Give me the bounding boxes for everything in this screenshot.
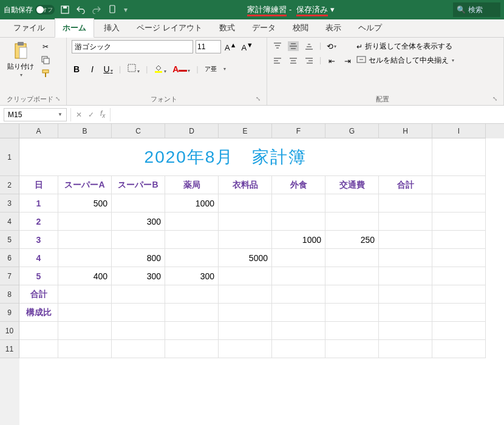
tab-formulas[interactable]: 数式 bbox=[212, 19, 242, 37]
header-cell[interactable]: 合計 bbox=[379, 176, 432, 194]
header-cell[interactable]: 薬局 bbox=[165, 176, 219, 194]
row-header[interactable]: 5 bbox=[0, 231, 19, 249]
header-cell[interactable]: 衣料品 bbox=[219, 176, 272, 194]
col-header[interactable]: D bbox=[165, 124, 219, 138]
row-header[interactable]: 10 bbox=[0, 322, 19, 340]
row-header[interactable]: 8 bbox=[0, 285, 19, 304]
font-name-select[interactable] bbox=[72, 40, 193, 53]
tab-view[interactable]: 表示 bbox=[318, 19, 349, 37]
orientation-button[interactable]: ⟲▾ bbox=[326, 41, 337, 51]
enter-formula-button[interactable]: ✓ bbox=[88, 110, 94, 119]
col-header[interactable]: B bbox=[58, 124, 112, 138]
data-cell[interactable] bbox=[165, 212, 219, 231]
data-cell[interactable] bbox=[219, 212, 272, 231]
cell[interactable] bbox=[379, 340, 432, 358]
name-box-dropdown-icon[interactable]: ▼ bbox=[58, 112, 63, 117]
header-cell[interactable]: 外食 bbox=[272, 176, 325, 194]
cancel-formula-button[interactable]: ✕ bbox=[76, 110, 82, 119]
tab-page-layout[interactable]: ページ レイアウト bbox=[129, 19, 209, 37]
toggle-switch[interactable]: オフ bbox=[35, 5, 55, 15]
underline-button[interactable]: U▾ bbox=[103, 64, 113, 74]
copy-button[interactable] bbox=[40, 55, 51, 66]
paste-button[interactable]: 貼り付け ▾ bbox=[5, 40, 36, 79]
cell[interactable] bbox=[432, 138, 486, 176]
data-cell[interactable] bbox=[272, 212, 325, 231]
data-cell[interactable]: 1000 bbox=[272, 231, 325, 249]
qat-dropdown-icon[interactable]: ▾ bbox=[124, 5, 128, 14]
tab-data[interactable]: データ bbox=[245, 19, 283, 37]
data-cell[interactable] bbox=[272, 267, 325, 285]
data-cell[interactable] bbox=[112, 231, 165, 249]
data-cell[interactable] bbox=[379, 267, 432, 285]
cell[interactable] bbox=[432, 267, 486, 285]
cell[interactable] bbox=[432, 194, 486, 212]
row-header[interactable]: 2 bbox=[0, 176, 19, 194]
alignment-dialog-launcher[interactable]: ⤡ bbox=[492, 95, 499, 102]
ratio-label[interactable]: 構成比 bbox=[19, 304, 58, 322]
col-header[interactable]: A bbox=[19, 124, 58, 138]
col-header[interactable]: C bbox=[112, 124, 165, 138]
align-bottom-button[interactable] bbox=[304, 41, 315, 51]
cell[interactable] bbox=[432, 340, 486, 358]
decrease-indent-button[interactable]: ⇤ bbox=[326, 56, 337, 66]
insert-function-button[interactable]: fx bbox=[100, 109, 105, 119]
data-cell[interactable] bbox=[272, 249, 325, 267]
cell[interactable] bbox=[165, 322, 219, 340]
cell[interactable] bbox=[165, 285, 219, 304]
data-cell[interactable]: 300 bbox=[165, 267, 219, 285]
clipboard-dialog-launcher[interactable]: ⤡ bbox=[55, 95, 61, 102]
cell[interactable] bbox=[379, 304, 432, 322]
cell[interactable] bbox=[58, 304, 112, 322]
data-cell[interactable]: 400 bbox=[58, 267, 112, 285]
format-painter-button[interactable] bbox=[40, 68, 51, 79]
cell[interactable] bbox=[19, 322, 58, 340]
data-cell[interactable]: 250 bbox=[325, 231, 379, 249]
cell[interactable] bbox=[432, 231, 486, 249]
data-cell[interactable]: 300 bbox=[112, 212, 165, 231]
col-header[interactable]: H bbox=[379, 124, 432, 138]
cell[interactable] bbox=[272, 285, 325, 304]
data-cell[interactable] bbox=[219, 231, 272, 249]
cell[interactable] bbox=[58, 322, 112, 340]
data-cell[interactable] bbox=[165, 231, 219, 249]
data-cell[interactable] bbox=[219, 267, 272, 285]
font-size-select[interactable] bbox=[196, 40, 221, 53]
data-cell[interactable] bbox=[272, 194, 325, 212]
tab-home[interactable]: ホーム bbox=[55, 18, 94, 38]
save-icon[interactable] bbox=[60, 4, 70, 15]
decrease-font-button[interactable]: A▼ bbox=[240, 41, 254, 52]
cell[interactable] bbox=[272, 322, 325, 340]
cell[interactable] bbox=[219, 285, 272, 304]
col-header[interactable]: I bbox=[432, 124, 486, 138]
cell[interactable] bbox=[112, 322, 165, 340]
data-cell[interactable] bbox=[325, 267, 379, 285]
data-cell[interactable] bbox=[325, 194, 379, 212]
data-cell[interactable] bbox=[379, 194, 432, 212]
sheet-title[interactable]: 2020年8月 家計簿 bbox=[19, 138, 432, 176]
cell[interactable] bbox=[432, 285, 486, 304]
day-cell[interactable]: 5 bbox=[19, 267, 58, 285]
italic-button[interactable]: I bbox=[87, 64, 97, 74]
cell[interactable] bbox=[19, 340, 58, 358]
cut-button[interactable]: ✂ bbox=[40, 41, 51, 52]
data-cell[interactable]: 5000 bbox=[219, 249, 272, 267]
increase-indent-button[interactable]: ⇥ bbox=[342, 56, 353, 66]
cell[interactable] bbox=[325, 322, 379, 340]
row-header[interactable]: 3 bbox=[0, 194, 19, 212]
cell[interactable] bbox=[58, 340, 112, 358]
cell[interactable] bbox=[165, 340, 219, 358]
cell[interactable] bbox=[219, 322, 272, 340]
cell[interactable] bbox=[432, 249, 486, 267]
cell[interactable] bbox=[432, 176, 486, 194]
cell[interactable] bbox=[219, 304, 272, 322]
row-header[interactable]: 4 bbox=[0, 212, 19, 231]
fill-color-button[interactable]: ▾ bbox=[154, 63, 166, 75]
align-center-button[interactable] bbox=[288, 56, 299, 66]
cell[interactable] bbox=[325, 285, 379, 304]
align-middle-button[interactable] bbox=[288, 41, 299, 51]
cell[interactable] bbox=[432, 212, 486, 231]
tab-file[interactable]: ファイル bbox=[6, 19, 52, 37]
data-cell[interactable] bbox=[165, 249, 219, 267]
data-cell[interactable] bbox=[219, 194, 272, 212]
undo-icon[interactable] bbox=[75, 4, 86, 15]
